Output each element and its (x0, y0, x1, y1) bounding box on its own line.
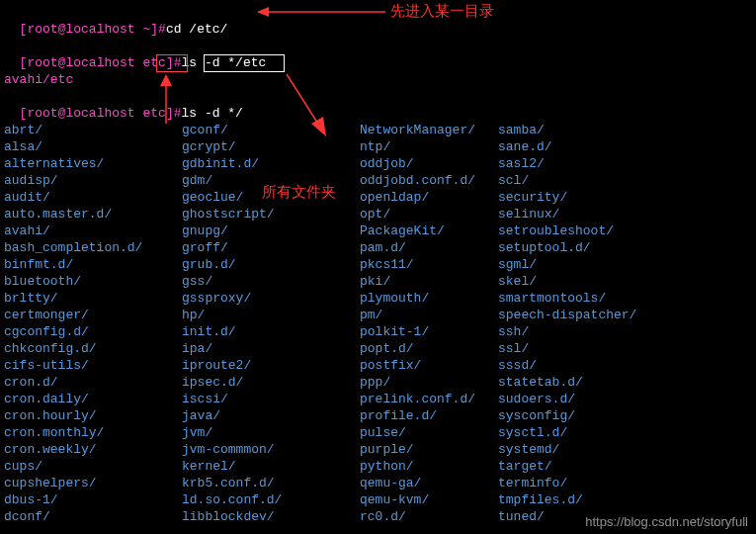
directory-item: libblockdev/ (182, 508, 360, 525)
user: root (27, 106, 57, 121)
directory-item: statetab.d/ (498, 374, 696, 391)
directory-item: qemu-kvm/ (360, 491, 498, 508)
user: root (27, 22, 57, 37)
output-line-1: avahi/etc (4, 71, 752, 88)
directory-item: audit/ (4, 189, 182, 206)
directory-item: alsa/ (4, 138, 182, 155)
directory-item: polkit-1/ (360, 323, 498, 340)
hash: # (174, 55, 182, 70)
listing-col-4: samba/sane.d/sasl2/scl/security/selinux/… (498, 122, 696, 525)
directory-item: jvm/ (182, 424, 360, 441)
directory-item: popt.d/ (360, 340, 498, 357)
directory-item: ppp/ (360, 374, 498, 391)
directory-item: audisp/ (4, 172, 182, 189)
directory-item: bluetooth/ (4, 273, 182, 290)
directory-item: brltty/ (4, 290, 182, 307)
directory-item: cron.d/ (4, 374, 182, 391)
directory-item: prelink.conf.d/ (360, 391, 498, 407)
listing-col-3: NetworkManager/ntp/oddjob/oddjobd.conf.d… (360, 122, 498, 525)
directory-item: speech-dispatcher/ (498, 307, 696, 323)
directory-item: sasl2/ (498, 155, 696, 172)
directory-item: grub.d/ (182, 256, 360, 273)
directory-item: init.d/ (182, 323, 360, 340)
directory-item: avahi/ (4, 222, 182, 239)
directory-item: skel/ (498, 273, 696, 290)
command-1: cd /etc/ (166, 22, 227, 37)
directory-item: dbus-1/ (4, 491, 182, 508)
directory-item: pm/ (360, 307, 498, 323)
prompt-line-3: [root@localhost etc]#ls -d */ (4, 88, 752, 122)
directory-item: postfix/ (360, 357, 498, 374)
directory-item: security/ (498, 189, 696, 206)
directory-item: qemu-ga/ (360, 475, 498, 491)
host: localhost (65, 106, 134, 121)
directory-item: ld.so.conf.d/ (182, 491, 360, 508)
prompt-line-2: [root@localhost etc]#ls -d */etc (4, 38, 752, 71)
directory-item: rc0.d/ (360, 508, 498, 525)
directory-item: cron.hourly/ (4, 407, 182, 424)
directory-item: gss/ (182, 273, 360, 290)
directory-item: cupshelpers/ (4, 475, 182, 491)
directory-item: NetworkManager/ (360, 122, 498, 138)
directory-item: openldap/ (360, 189, 498, 206)
directory-item: pam.d/ (360, 239, 498, 256)
directory-item: groff/ (182, 239, 360, 256)
directory-item: alternatives/ (4, 155, 182, 172)
directory-item: gssproxy/ (182, 290, 360, 307)
directory-item: krb5.conf.d/ (182, 475, 360, 491)
watermark-text: https://blog.csdn.net/storyfull (585, 513, 748, 530)
prompt-line-1: [root@localhost ~]#cd /etc/ (4, 4, 752, 38)
directory-item: setroubleshoot/ (498, 222, 696, 239)
directory-item: gdm/ (182, 172, 360, 189)
directory-item: target/ (498, 458, 696, 475)
directory-item: terminfo/ (498, 475, 696, 491)
directory-item: ipa/ (182, 340, 360, 357)
directory-item: java/ (182, 407, 360, 424)
directory-item: kernel/ (182, 458, 360, 475)
user: root (27, 55, 57, 70)
directory-item: cgconfig.d/ (4, 323, 182, 340)
bracket: ] (166, 106, 174, 121)
directory-item: opt/ (360, 206, 498, 222)
listing-col-2: gconf/gcrypt/gdbinit.d/gdm/geoclue/ghost… (182, 122, 360, 525)
directory-item: pki/ (360, 273, 498, 290)
directory-item: tmpfiles.d/ (498, 491, 696, 508)
directory-item: plymouth/ (360, 290, 498, 307)
directory-item: iscsi/ (182, 391, 360, 407)
directory-item: oddjobd.conf.d/ (360, 172, 498, 189)
directory-item: cron.weekly/ (4, 441, 182, 458)
path: etc (142, 55, 165, 70)
directory-item: chkconfig.d/ (4, 340, 182, 357)
command-2: ls -d */etc (182, 55, 267, 70)
directory-item: purple/ (360, 441, 498, 458)
directory-item: binfmt.d/ (4, 256, 182, 273)
directory-item: dconf/ (4, 508, 182, 525)
directory-item: gcrypt/ (182, 138, 360, 155)
directory-item: ssl/ (498, 340, 696, 357)
directory-item: ntp/ (360, 138, 498, 155)
directory-item: gconf/ (182, 122, 360, 138)
directory-item: PackageKit/ (360, 222, 498, 239)
directory-item: sssd/ (498, 357, 696, 374)
directory-item: geoclue/ (182, 189, 360, 206)
directory-item: iproute2/ (182, 357, 360, 374)
directory-item: ghostscript/ (182, 206, 360, 222)
directory-item: sgml/ (498, 256, 696, 273)
directory-item: selinux/ (498, 206, 696, 222)
host: localhost (65, 22, 134, 37)
directory-item: ipsec.d/ (182, 374, 360, 391)
directory-item: systemd/ (498, 441, 696, 458)
directory-item: hp/ (182, 307, 360, 323)
directory-item: bash_completion.d/ (4, 239, 182, 256)
directory-item: abrt/ (4, 122, 182, 138)
hash: # (158, 22, 166, 37)
path-etc: etc (142, 106, 165, 121)
directory-item: cron.daily/ (4, 391, 182, 407)
directory-item: sane.d/ (498, 138, 696, 155)
directory-item: pkcs11/ (360, 256, 498, 273)
directory-item: samba/ (498, 122, 696, 138)
bracket: ] (166, 55, 174, 70)
host: localhost (65, 55, 134, 70)
bracket: ] (150, 22, 158, 37)
directory-item: ssh/ (498, 323, 696, 340)
